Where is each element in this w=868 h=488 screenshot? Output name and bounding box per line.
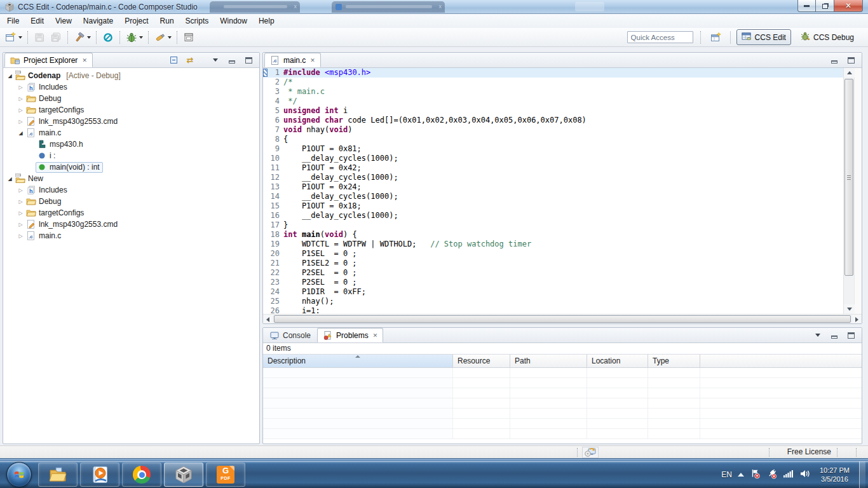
title-bar[interactable]: CCS Edit - Codenap/main.c - Code Compose…	[0, 0, 868, 14]
scrollbar-thumb[interactable]	[274, 315, 851, 323]
hidden-icons-button[interactable]	[738, 473, 744, 477]
code-line[interactable]: 2/*	[263, 78, 843, 87]
close-icon[interactable]: ✕	[310, 57, 315, 64]
code-line[interactable]: 7void nhay(void)	[263, 125, 843, 135]
tree-item-debug[interactable]: ▷Debug	[3, 93, 259, 104]
expand-toggle[interactable]: ◢	[17, 130, 25, 136]
bug-button[interactable]	[123, 30, 145, 45]
code-line[interactable]: 15 P1OUT = 0x18;	[263, 201, 843, 211]
menu-window[interactable]: Window	[214, 14, 253, 28]
column-header-path[interactable]: Path	[510, 355, 587, 367]
code-line[interactable]: 17}	[263, 220, 843, 230]
code-line[interactable]: 6unsigned char code Led[]=(0x01,0x02,0x0…	[263, 116, 843, 125]
code-line[interactable]: 5unsigned int i	[263, 106, 843, 116]
quick-access-input[interactable]	[627, 31, 693, 43]
code-line[interactable]: 24 P1DIR = 0xFF;	[263, 287, 843, 297]
column-header-type[interactable]: Type	[648, 355, 700, 367]
taskbar-foxit-reader[interactable]: G PDF	[206, 463, 245, 487]
tree-item-new[interactable]: ◢CCSNew	[3, 173, 259, 184]
code-line[interactable]: 11 P1OUT = 0x42;	[263, 163, 843, 173]
code-line[interactable]: 26 i=1:	[263, 306, 843, 314]
code-line[interactable]: 13 P1OUT = 0x24;	[263, 182, 843, 192]
view-menu-button[interactable]	[812, 330, 824, 341]
menu-project[interactable]: Project	[119, 14, 154, 28]
tree-item-main-c[interactable]: ◢.cmain.c	[3, 127, 259, 139]
menu-run[interactable]: Run	[154, 14, 180, 28]
code-line[interactable]: 19 WDTCTL = WDTPW | WDTHOLD; // Stop wat…	[263, 240, 843, 249]
expand-toggle[interactable]: ▷	[17, 187, 25, 193]
link-with-editor-button[interactable]: ⇄	[184, 55, 196, 66]
taskbar-chrome[interactable]	[122, 463, 161, 487]
close-button[interactable]: ✕	[834, 0, 863, 12]
view-window-button[interactable]	[180, 30, 197, 45]
code-line[interactable]: 22 P2SEL = 0 ;	[263, 268, 843, 278]
code-editor[interactable]: 1#include <msp430.h>2/*3 * main.c4 */5un…	[263, 68, 843, 314]
editor-horizontal-scrollbar[interactable]	[263, 314, 862, 323]
expand-toggle[interactable]: ▷	[17, 222, 25, 227]
volume-icon[interactable]	[799, 469, 810, 480]
debug-launch-button[interactable]	[100, 30, 116, 45]
expand-toggle[interactable]: ▷	[17, 85, 25, 90]
ccs-edit-perspective-button[interactable]: CCS Edit	[736, 29, 791, 45]
expand-toggle[interactable]: ▷	[17, 210, 25, 216]
show-desktop-button[interactable]	[859, 461, 865, 488]
tree-item-targetconfigs[interactable]: ▷targetConfigs	[3, 207, 259, 219]
expand-toggle[interactable]: ▷	[17, 199, 25, 205]
code-line[interactable]: 23 P2SEL = 0 ;	[263, 278, 843, 287]
tree-item-i[interactable]: i :	[3, 150, 259, 161]
minimize-view-button[interactable]	[829, 330, 840, 341]
tree-item-debug[interactable]: ▷Debug	[3, 196, 259, 207]
menu-edit[interactable]: Edit	[25, 14, 50, 28]
console-tab[interactable]: Console	[264, 328, 316, 342]
status-launch-icon[interactable]	[582, 447, 599, 458]
language-indicator[interactable]: EN	[721, 470, 732, 479]
code-line[interactable]: 10 __delay_cycles(1000);	[263, 154, 843, 163]
scroll-left-button[interactable]	[263, 315, 273, 324]
open-perspective-button[interactable]	[708, 30, 724, 45]
code-line[interactable]: 1#include <msp430.h>	[263, 68, 843, 78]
menu-view[interactable]: View	[50, 14, 78, 28]
code-line[interactable]: 20 P1SEL = 0 ;	[263, 249, 843, 259]
maximize-view-button[interactable]	[845, 330, 857, 341]
expand-toggle[interactable]: ▷	[17, 233, 25, 239]
scrollbar-thumb[interactable]	[844, 79, 853, 276]
expand-toggle[interactable]: ▷	[17, 107, 25, 113]
editor-tab-main-c[interactable]: .c main.c ✕	[264, 53, 321, 67]
collapse-all-button[interactable]	[168, 55, 179, 66]
ccs-debug-perspective-button[interactable]: CCS Debug	[795, 29, 859, 45]
minimize-view-button[interactable]	[829, 55, 840, 66]
project-explorer-tab[interactable]: Project Explorer ✕	[4, 53, 93, 67]
code-line[interactable]: 9 P1OUT = 0x81;	[263, 144, 843, 154]
expand-toggle[interactable]: ◢	[6, 73, 14, 79]
scroll-up-button[interactable]	[844, 68, 855, 78]
maximize-view-button[interactable]	[243, 55, 254, 66]
build-button[interactable]	[71, 30, 93, 45]
tree-item-codenap[interactable]: ◢CCSCodenap[Active - Debug]	[3, 70, 259, 81]
maximize-view-button[interactable]	[845, 55, 857, 66]
menu-navigate[interactable]: Navigate	[78, 14, 119, 28]
expand-toggle[interactable]: ▷	[17, 96, 25, 102]
scroll-down-button[interactable]	[844, 304, 855, 314]
code-line[interactable]: 16 __delay_cycles(1000);	[263, 211, 843, 220]
expand-toggle[interactable]: ◢	[6, 176, 14, 182]
flash-programmer-button[interactable]	[152, 30, 173, 45]
code-line[interactable]: 18int main(void) {	[263, 230, 843, 240]
network-error-icon[interactable]	[766, 468, 777, 481]
tree-item-lnk-msp430g2553-cmd[interactable]: ▷lnk_msp430g2553.cmd	[3, 219, 259, 230]
code-line[interactable]: 8{	[263, 135, 843, 144]
editor-vertical-scrollbar[interactable]	[843, 68, 854, 314]
taskbar-windows-explorer[interactable]	[38, 463, 78, 487]
taskbar-media-player[interactable]	[80, 463, 119, 487]
action-center-flag-icon[interactable]	[750, 468, 761, 481]
start-button[interactable]	[6, 462, 32, 487]
menu-file[interactable]: File	[1, 14, 25, 28]
tree-item-targetconfigs[interactable]: ▷targetConfigs	[3, 104, 259, 116]
signal-strength-icon[interactable]	[783, 469, 794, 480]
tree-item-lnk-msp430g2553-cmd[interactable]: ▷lnk_msp430g2553.cmd	[3, 116, 259, 127]
taskbar-clock[interactable]: 10:27 PM 3/5/2016	[816, 466, 853, 484]
tree-item-includes[interactable]: ▷hIncludes	[3, 184, 259, 196]
menu-scripts[interactable]: Scripts	[180, 14, 215, 28]
minimize-button[interactable]	[797, 0, 816, 12]
minimize-view-button[interactable]	[226, 55, 238, 66]
view-menu-button[interactable]	[210, 55, 221, 66]
